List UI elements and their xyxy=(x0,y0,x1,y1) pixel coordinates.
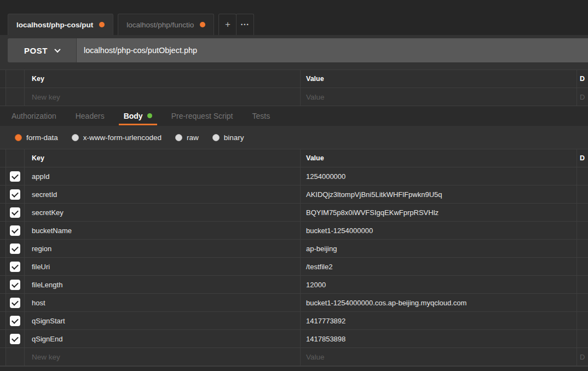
value-cell[interactable]: BQYIM75p8x0iWVFSIgqEKwFprpRSVHlz xyxy=(301,204,577,221)
radio-form-data[interactable]: form-data xyxy=(15,134,58,142)
description-cell[interactable] xyxy=(577,276,588,293)
new-key-cell[interactable] xyxy=(25,88,301,106)
row-checkbox[interactable] xyxy=(10,298,20,308)
value-cell[interactable]: bucket1-1254000000 xyxy=(301,222,577,239)
description-cell[interactable] xyxy=(577,258,588,275)
key-cell[interactable]: qSignEnd xyxy=(25,330,301,347)
request-tab-1[interactable]: localhost/php-cos/put xyxy=(8,14,113,35)
value-cell[interactable]: 1417773892 xyxy=(301,312,577,329)
request-tab-2[interactable]: localhost/php/functio xyxy=(118,14,214,35)
row-checkbox[interactable] xyxy=(10,207,20,218)
new-key-cell[interactable] xyxy=(25,348,301,366)
row-checkbox[interactable] xyxy=(10,225,20,236)
key-cell[interactable]: region xyxy=(25,240,301,257)
key-cell[interactable]: fileUri xyxy=(25,258,301,275)
key-cell[interactable]: host xyxy=(25,294,301,311)
description-cell[interactable] xyxy=(577,186,588,203)
key-column-header: Key xyxy=(25,70,301,88)
unsaved-dot-icon xyxy=(200,22,205,27)
description-cell[interactable] xyxy=(577,167,588,185)
tab-authorization[interactable]: Authorization xyxy=(11,106,56,125)
checkbox-cell xyxy=(6,348,25,366)
row-checkbox[interactable] xyxy=(10,280,20,290)
new-key-input[interactable] xyxy=(32,353,300,361)
radio-x-www-form-urlencoded[interactable]: x-www-form-urlencoded xyxy=(72,134,162,142)
row-checkbox[interactable] xyxy=(10,262,20,272)
key-cell[interactable]: appId xyxy=(25,167,301,185)
row-gutter xyxy=(0,240,6,257)
tab-tests[interactable]: Tests xyxy=(252,106,270,125)
new-value-cell[interactable] xyxy=(301,88,577,106)
new-value-cell[interactable] xyxy=(301,348,577,366)
radio-binary[interactable]: binary xyxy=(212,134,244,142)
row-gutter xyxy=(0,258,6,275)
row-checkbox[interactable] xyxy=(10,171,20,182)
params-header-row: Key Value D xyxy=(0,70,588,88)
method-label: POST xyxy=(24,46,48,55)
radio-icon[interactable] xyxy=(212,134,220,141)
row-checkbox[interactable] xyxy=(10,316,20,326)
radio-icon[interactable] xyxy=(175,134,182,141)
body-populated-dot-icon xyxy=(147,113,152,118)
value-cell[interactable]: AKIDQjz3ltompVjBni5LitkWHFlFpwkn9U5q xyxy=(301,186,577,203)
value-cell[interactable]: 1417853898 xyxy=(301,330,577,347)
tab-pre-request-script-label: Pre-request Script xyxy=(171,112,233,120)
more-tabs-button[interactable]: ••• xyxy=(236,14,254,35)
description-cell[interactable] xyxy=(577,240,588,257)
new-value-input[interactable] xyxy=(306,353,577,361)
request-tab-2-label: localhost/php/functio xyxy=(126,21,194,29)
row-gutter xyxy=(0,276,6,293)
new-description-cell[interactable]: D xyxy=(577,88,588,106)
checkbox-cell xyxy=(6,88,25,106)
new-tab-button[interactable]: + xyxy=(218,14,237,35)
row-gutter xyxy=(0,312,6,329)
description-cell[interactable] xyxy=(577,330,588,347)
description-cell[interactable] xyxy=(577,294,588,311)
new-value-input[interactable] xyxy=(306,93,577,101)
url-input[interactable]: localhost/php-cos/putObject.php xyxy=(76,38,588,62)
row-gutter xyxy=(0,330,6,347)
value-column-header: Value xyxy=(301,70,577,88)
row-checkbox[interactable] xyxy=(10,244,20,254)
checkbox-cell xyxy=(6,186,25,203)
value-cell[interactable]: ap-beijing xyxy=(301,240,577,257)
request-section-tabs: Authorization Headers Body Pre-request S… xyxy=(0,106,588,126)
radio-x-www-form-urlencoded-label: x-www-form-urlencoded xyxy=(83,134,162,142)
row-checkbox[interactable] xyxy=(10,334,20,344)
radio-raw[interactable]: raw xyxy=(175,134,199,142)
tab-tests-label: Tests xyxy=(252,112,270,120)
row-gutter xyxy=(0,294,6,311)
key-cell[interactable]: secretId xyxy=(25,186,301,203)
key-cell[interactable]: bucketName xyxy=(25,222,301,239)
value-cell[interactable]: /testfile2 xyxy=(301,258,577,275)
description-cell[interactable] xyxy=(577,222,588,239)
request-bar: POST localhost/php-cos/putObject.php xyxy=(8,38,588,62)
tab-headers[interactable]: Headers xyxy=(76,106,105,125)
value-column-header: Value xyxy=(301,149,577,167)
form-data-table: Key Value D appId 1254000000 secretId AK… xyxy=(0,149,588,366)
description-cell[interactable] xyxy=(577,204,588,221)
key-cell[interactable]: qSignStart xyxy=(25,312,301,329)
value-cell[interactable]: 1254000000 xyxy=(301,167,577,185)
tab-pre-request-script[interactable]: Pre-request Script xyxy=(171,106,233,125)
postman-window: localhost/php-cos/put localhost/php/func… xyxy=(0,0,588,371)
checkbox-cell xyxy=(6,276,25,293)
value-cell[interactable]: bucket1-1254000000.cos.ap-beijing.myqclo… xyxy=(301,294,577,311)
description-cell[interactable] xyxy=(577,312,588,329)
method-dropdown[interactable]: POST xyxy=(8,38,76,62)
tab-body[interactable]: Body xyxy=(124,106,152,125)
tab-authorization-label: Authorization xyxy=(11,112,56,120)
radio-raw-label: raw xyxy=(187,134,199,142)
new-description-cell[interactable]: D xyxy=(577,348,588,366)
row-checkbox[interactable] xyxy=(10,189,20,200)
chevron-down-icon xyxy=(54,47,60,53)
checkbox-cell xyxy=(6,294,25,311)
radio-icon[interactable] xyxy=(72,134,79,141)
key-cell[interactable]: secretKey xyxy=(25,204,301,221)
value-cell[interactable]: 12000 xyxy=(301,276,577,293)
new-key-input[interactable] xyxy=(32,93,300,101)
checkbox-cell xyxy=(6,167,25,185)
radio-icon[interactable] xyxy=(15,134,22,141)
key-cell[interactable]: fileLength xyxy=(25,276,301,293)
checkbox-cell xyxy=(6,204,25,221)
